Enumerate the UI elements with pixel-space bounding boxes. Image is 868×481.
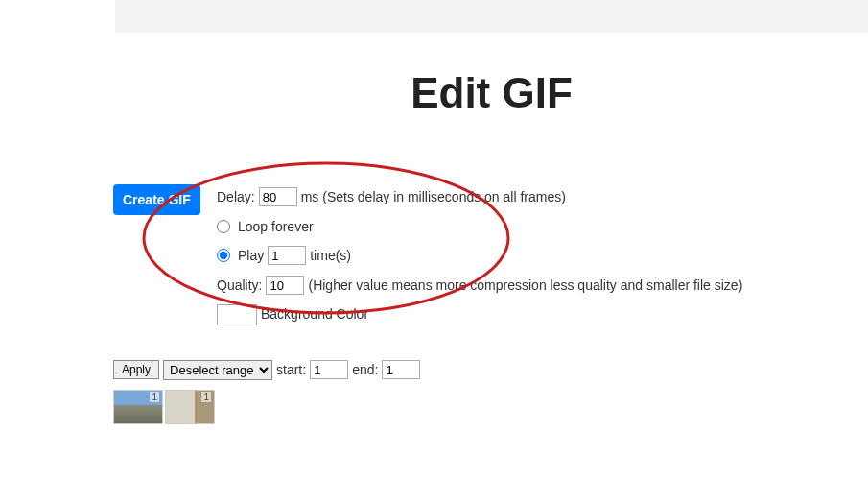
delay-input[interactable] [259,187,297,206]
range-end-label: end: [352,362,378,377]
loop-forever-radio[interactable] [217,220,230,233]
create-gif-button[interactable]: Create GIF [113,184,200,215]
frame-number: 1 [201,392,211,402]
apply-button[interactable]: Apply [113,360,159,379]
quality-hint: (Higher value means more compression les… [308,273,742,299]
range-start-label: start: [276,362,306,377]
range-start-input[interactable] [310,360,348,379]
bgcolor-swatch[interactable] [217,304,257,325]
page-title: Edit GIF [0,69,868,117]
loop-play-radio[interactable] [217,249,230,262]
quality-label: Quality: [217,273,262,299]
frame-thumbnail[interactable]: 1 [165,390,215,424]
bgcolor-label: Background Color [261,301,368,327]
bgcolor-row: Background Color [217,301,868,327]
quality-input[interactable] [266,276,304,295]
loop-forever-label: Loop forever [238,214,314,240]
delay-label: Delay: [217,184,255,210]
frame-number: 1 [150,392,159,402]
range-select[interactable]: Deselect range [163,360,272,380]
loop-forever-row: Loop forever [217,214,868,240]
frame-thumbnail[interactable]: 1 [113,390,163,424]
delay-hint: ms (Sets delay in milliseconds on all fr… [301,184,566,210]
quality-row: Quality: (Higher value means more compre… [217,273,868,299]
range-row: Apply Deselect range start: end: [113,360,868,380]
settings-panel: Delay: ms (Sets delay in milliseconds on… [217,184,868,327]
delay-row: Delay: ms (Sets delay in milliseconds on… [217,184,868,210]
range-end-input[interactable] [382,360,420,379]
loop-play-suffix: time(s) [310,243,351,269]
loop-play-prefix: Play [238,243,264,269]
content-area: Create GIF Delay: ms (Sets delay in mill… [113,184,868,424]
top-bar [115,0,868,33]
loop-play-row: Play time(s) [217,243,868,269]
loop-play-input[interactable] [268,246,306,265]
thumbnails: 1 1 [113,390,868,424]
